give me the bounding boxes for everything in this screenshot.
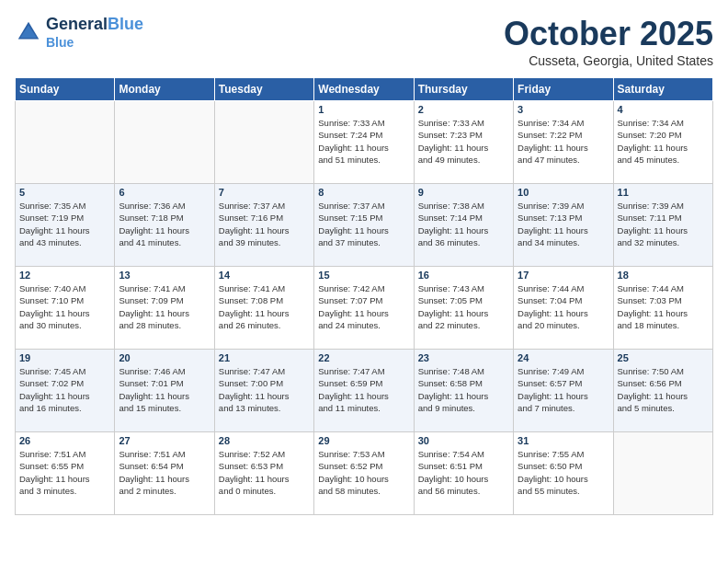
day-info: Sunrise: 7:52 AM Sunset: 6:53 PM Dayligh… bbox=[219, 448, 310, 497]
day-info: Sunrise: 7:34 AM Sunset: 7:20 PM Dayligh… bbox=[618, 117, 709, 166]
day-cell bbox=[115, 101, 214, 184]
day-number: 1 bbox=[318, 104, 409, 115]
day-number: 18 bbox=[618, 270, 709, 281]
day-info: Sunrise: 7:36 AM Sunset: 7:18 PM Dayligh… bbox=[119, 200, 210, 248]
day-header-monday: Monday bbox=[115, 78, 214, 101]
day-info: Sunrise: 7:33 AM Sunset: 7:23 PM Dayligh… bbox=[418, 117, 509, 166]
day-cell: 11Sunrise: 7:39 AM Sunset: 7:11 PM Dayli… bbox=[613, 184, 712, 267]
day-info: Sunrise: 7:44 AM Sunset: 7:03 PM Dayligh… bbox=[618, 282, 709, 331]
day-number: 10 bbox=[518, 187, 609, 198]
day-cell: 17Sunrise: 7:44 AM Sunset: 7:04 PM Dayli… bbox=[514, 267, 613, 350]
day-number: 9 bbox=[418, 187, 509, 198]
day-number: 22 bbox=[318, 352, 409, 363]
day-cell: 13Sunrise: 7:41 AM Sunset: 7:09 PM Dayli… bbox=[115, 267, 214, 350]
day-info: Sunrise: 7:46 AM Sunset: 7:01 PM Dayligh… bbox=[119, 365, 210, 414]
day-cell: 29Sunrise: 7:53 AM Sunset: 6:52 PM Dayli… bbox=[314, 432, 414, 515]
calendar-table: SundayMondayTuesdayWednesdayThursdayFrid… bbox=[15, 77, 713, 515]
day-info: Sunrise: 7:55 AM Sunset: 6:50 PM Dayligh… bbox=[518, 448, 609, 497]
day-cell: 22Sunrise: 7:47 AM Sunset: 6:59 PM Dayli… bbox=[314, 350, 414, 432]
day-cell: 27Sunrise: 7:51 AM Sunset: 6:54 PM Dayli… bbox=[115, 432, 214, 515]
logo-icon bbox=[15, 18, 42, 46]
day-info: Sunrise: 7:41 AM Sunset: 7:08 PM Dayligh… bbox=[219, 282, 310, 331]
day-cell: 4Sunrise: 7:34 AM Sunset: 7:20 PM Daylig… bbox=[613, 101, 712, 184]
day-number: 3 bbox=[518, 104, 609, 115]
day-cell: 19Sunrise: 7:45 AM Sunset: 7:02 PM Dayli… bbox=[16, 350, 115, 432]
day-cell: 21Sunrise: 7:47 AM Sunset: 7:00 PM Dayli… bbox=[214, 350, 313, 432]
day-cell bbox=[214, 101, 313, 184]
week-row-2: 5Sunrise: 7:35 AM Sunset: 7:19 PM Daylig… bbox=[16, 184, 713, 267]
day-number: 17 bbox=[518, 270, 609, 281]
day-info: Sunrise: 7:39 AM Sunset: 7:11 PM Dayligh… bbox=[618, 200, 709, 248]
day-info: Sunrise: 7:41 AM Sunset: 7:09 PM Dayligh… bbox=[119, 282, 210, 331]
month-title: October 2025 bbox=[504, 15, 713, 53]
day-info: Sunrise: 7:37 AM Sunset: 7:16 PM Dayligh… bbox=[219, 200, 310, 248]
day-header-saturday: Saturday bbox=[613, 78, 712, 101]
day-number: 25 bbox=[618, 352, 709, 363]
day-number: 26 bbox=[19, 435, 110, 446]
page-header: GeneralBlue Blue October 2025 Cusseta, G… bbox=[15, 15, 713, 68]
title-block: October 2025 Cusseta, Georgia, United St… bbox=[504, 15, 713, 68]
week-row-1: 1Sunrise: 7:33 AM Sunset: 7:24 PM Daylig… bbox=[16, 101, 713, 184]
week-row-3: 12Sunrise: 7:40 AM Sunset: 7:10 PM Dayli… bbox=[16, 267, 713, 350]
day-cell bbox=[613, 432, 712, 515]
day-cell: 23Sunrise: 7:48 AM Sunset: 6:58 PM Dayli… bbox=[414, 350, 513, 432]
logo-text: GeneralBlue Blue bbox=[46, 15, 143, 50]
day-cell: 18Sunrise: 7:44 AM Sunset: 7:03 PM Dayli… bbox=[613, 267, 712, 350]
day-cell: 9Sunrise: 7:38 AM Sunset: 7:14 PM Daylig… bbox=[414, 184, 513, 267]
day-cell: 12Sunrise: 7:40 AM Sunset: 7:10 PM Dayli… bbox=[16, 267, 115, 350]
day-info: Sunrise: 7:37 AM Sunset: 7:15 PM Dayligh… bbox=[318, 200, 409, 248]
day-cell: 2Sunrise: 7:33 AM Sunset: 7:23 PM Daylig… bbox=[414, 101, 513, 184]
day-cell: 15Sunrise: 7:42 AM Sunset: 7:07 PM Dayli… bbox=[314, 267, 414, 350]
day-header-tuesday: Tuesday bbox=[214, 78, 313, 101]
day-info: Sunrise: 7:47 AM Sunset: 6:59 PM Dayligh… bbox=[318, 365, 409, 414]
day-info: Sunrise: 7:51 AM Sunset: 6:55 PM Dayligh… bbox=[19, 448, 110, 497]
day-info: Sunrise: 7:44 AM Sunset: 7:04 PM Dayligh… bbox=[518, 282, 609, 331]
day-cell: 1Sunrise: 7:33 AM Sunset: 7:24 PM Daylig… bbox=[314, 101, 414, 184]
day-cell: 28Sunrise: 7:52 AM Sunset: 6:53 PM Dayli… bbox=[214, 432, 313, 515]
day-cell: 10Sunrise: 7:39 AM Sunset: 7:13 PM Dayli… bbox=[514, 184, 613, 267]
day-info: Sunrise: 7:45 AM Sunset: 7:02 PM Dayligh… bbox=[19, 365, 110, 414]
day-info: Sunrise: 7:38 AM Sunset: 7:14 PM Dayligh… bbox=[418, 200, 509, 248]
day-number: 11 bbox=[618, 187, 709, 198]
day-info: Sunrise: 7:51 AM Sunset: 6:54 PM Dayligh… bbox=[119, 448, 210, 497]
day-cell: 31Sunrise: 7:55 AM Sunset: 6:50 PM Dayli… bbox=[514, 432, 613, 515]
day-cell: 25Sunrise: 7:50 AM Sunset: 6:56 PM Dayli… bbox=[613, 350, 712, 432]
day-number: 14 bbox=[219, 270, 310, 281]
location-subtitle: Cusseta, Georgia, United States bbox=[504, 53, 713, 68]
day-info: Sunrise: 7:39 AM Sunset: 7:13 PM Dayligh… bbox=[518, 200, 609, 248]
day-info: Sunrise: 7:54 AM Sunset: 6:51 PM Dayligh… bbox=[418, 448, 509, 497]
day-info: Sunrise: 7:40 AM Sunset: 7:10 PM Dayligh… bbox=[19, 282, 110, 331]
day-number: 12 bbox=[19, 270, 110, 281]
day-info: Sunrise: 7:35 AM Sunset: 7:19 PM Dayligh… bbox=[19, 200, 110, 248]
day-number: 19 bbox=[19, 352, 110, 363]
day-cell: 14Sunrise: 7:41 AM Sunset: 7:08 PM Dayli… bbox=[214, 267, 313, 350]
day-number: 21 bbox=[219, 352, 310, 363]
day-cell: 20Sunrise: 7:46 AM Sunset: 7:01 PM Dayli… bbox=[115, 350, 214, 432]
day-cell: 24Sunrise: 7:49 AM Sunset: 6:57 PM Dayli… bbox=[514, 350, 613, 432]
day-info: Sunrise: 7:49 AM Sunset: 6:57 PM Dayligh… bbox=[518, 365, 609, 414]
day-number: 24 bbox=[518, 352, 609, 363]
day-info: Sunrise: 7:34 AM Sunset: 7:22 PM Dayligh… bbox=[518, 117, 609, 166]
day-number: 20 bbox=[119, 352, 210, 363]
day-number: 7 bbox=[219, 187, 310, 198]
day-cell: 30Sunrise: 7:54 AM Sunset: 6:51 PM Dayli… bbox=[414, 432, 513, 515]
day-number: 8 bbox=[318, 187, 409, 198]
day-cell: 8Sunrise: 7:37 AM Sunset: 7:15 PM Daylig… bbox=[314, 184, 414, 267]
day-cell: 3Sunrise: 7:34 AM Sunset: 7:22 PM Daylig… bbox=[514, 101, 613, 184]
day-header-wednesday: Wednesday bbox=[314, 78, 414, 101]
week-row-5: 26Sunrise: 7:51 AM Sunset: 6:55 PM Dayli… bbox=[16, 432, 713, 515]
day-header-friday: Friday bbox=[514, 78, 613, 101]
day-headers-row: SundayMondayTuesdayWednesdayThursdayFrid… bbox=[16, 78, 713, 101]
day-cell: 6Sunrise: 7:36 AM Sunset: 7:18 PM Daylig… bbox=[115, 184, 214, 267]
day-number: 13 bbox=[119, 270, 210, 281]
day-cell: 7Sunrise: 7:37 AM Sunset: 7:16 PM Daylig… bbox=[214, 184, 313, 267]
day-number: 28 bbox=[219, 435, 310, 446]
day-number: 31 bbox=[518, 435, 609, 446]
week-row-4: 19Sunrise: 7:45 AM Sunset: 7:02 PM Dayli… bbox=[16, 350, 713, 432]
day-number: 30 bbox=[418, 435, 509, 446]
day-info: Sunrise: 7:43 AM Sunset: 7:05 PM Dayligh… bbox=[418, 282, 509, 331]
day-number: 4 bbox=[618, 104, 709, 115]
logo: GeneralBlue Blue bbox=[15, 15, 143, 50]
day-number: 16 bbox=[418, 270, 509, 281]
day-number: 5 bbox=[19, 187, 110, 198]
